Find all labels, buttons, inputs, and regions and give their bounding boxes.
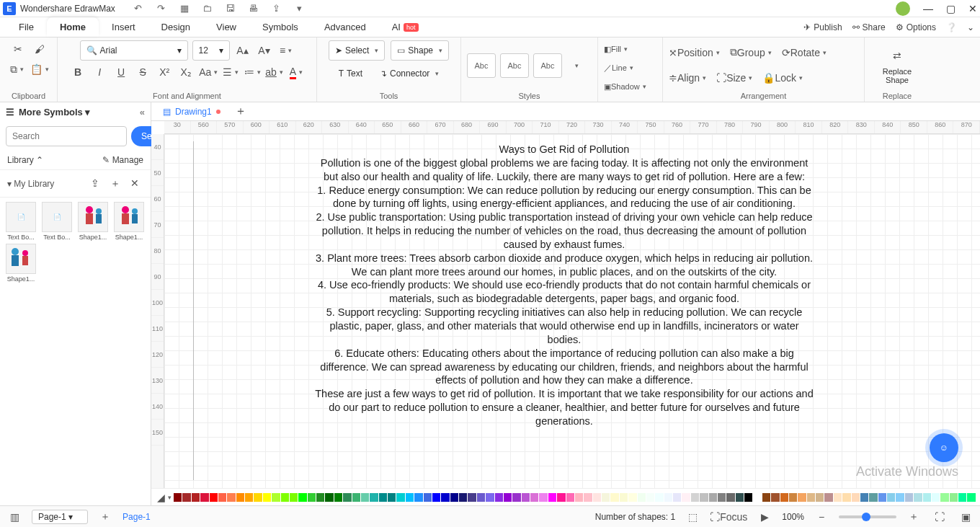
color-swatch[interactable] (726, 493, 734, 502)
color-swatch[interactable] (406, 493, 414, 502)
menu-file[interactable]: File (6, 17, 47, 37)
menu-view[interactable]: View (203, 17, 249, 37)
increase-font-icon[interactable]: A▴ (234, 42, 251, 59)
color-swatch[interactable] (744, 493, 752, 502)
underline-icon[interactable]: U (112, 63, 130, 81)
copy-icon[interactable]: ⧉ (9, 61, 26, 78)
presentation-icon[interactable]: ▶ (756, 508, 773, 526)
color-swatch[interactable] (272, 493, 280, 502)
superscript-icon[interactable]: X² (156, 63, 173, 81)
group-button[interactable]: ⧉ Group (730, 44, 772, 61)
color-swatch[interactable] (263, 493, 271, 502)
menu-home[interactable]: Home (47, 17, 99, 37)
color-picker-icon[interactable]: ◢ (156, 489, 173, 506)
cut-icon[interactable]: ✂ (9, 40, 27, 58)
color-swatch[interactable] (370, 493, 378, 502)
fit-page-icon[interactable]: ⛶ (931, 508, 948, 526)
color-swatch[interactable] (486, 493, 494, 502)
zoom-level[interactable]: 100% (782, 512, 804, 522)
user-avatar-icon[interactable] (896, 1, 910, 16)
print-icon[interactable]: 🖶 (245, 0, 262, 17)
style-preset-3[interactable]: Abc (533, 53, 562, 78)
color-swatch[interactable] (664, 493, 672, 502)
symbol-thumb[interactable]: 📄Text Bo... (4, 202, 37, 241)
color-swatch[interactable] (673, 493, 681, 502)
color-swatch[interactable] (798, 493, 806, 502)
color-swatch[interactable] (593, 493, 601, 502)
rotate-button[interactable]: ⟳ Rotate (782, 44, 827, 61)
maximize-button[interactable]: ▢ (946, 3, 956, 14)
menu-ai[interactable]: AIhot (379, 17, 432, 37)
color-swatch[interactable] (923, 493, 931, 502)
shape-tool[interactable]: ▭Shape (391, 40, 449, 61)
color-swatch[interactable] (432, 493, 440, 502)
color-swatch[interactable] (736, 493, 744, 502)
color-swatch[interactable] (834, 493, 842, 502)
my-library-label[interactable]: ▾ My Library (7, 179, 54, 189)
font-size-select[interactable]: 12▾ (192, 40, 230, 61)
color-swatch[interactable] (281, 493, 289, 502)
close-button[interactable]: ✕ (968, 3, 977, 14)
color-swatch[interactable] (709, 493, 717, 502)
style-preset-1[interactable]: Abc (467, 53, 496, 78)
color-swatch[interactable] (620, 493, 628, 502)
color-swatch[interactable] (308, 493, 316, 502)
menu-symbols[interactable]: Symbols (249, 17, 311, 37)
line-button[interactable]: ／ Line (604, 59, 633, 76)
symbol-thumb[interactable]: Shape1... (112, 202, 146, 241)
numbering-icon[interactable]: ≔ (244, 63, 261, 81)
zoom-slider[interactable] (839, 515, 896, 518)
shadow-button[interactable]: ▣ Shadow (604, 78, 646, 95)
color-swatch[interactable] (200, 493, 208, 502)
color-swatch[interactable] (771, 493, 779, 502)
color-swatch[interactable] (468, 493, 476, 502)
qat-more-icon[interactable]: ▾ (291, 0, 308, 17)
format-painter-icon[interactable]: 🖌 (31, 40, 48, 58)
font-color-icon[interactable]: A (288, 63, 305, 81)
color-swatch[interactable] (218, 493, 226, 502)
color-swatch[interactable] (655, 493, 663, 502)
layers-icon[interactable]: ⬚ (684, 508, 701, 526)
color-swatch[interactable] (396, 493, 404, 502)
new-icon[interactable]: ▦ (176, 0, 193, 17)
open-icon[interactable]: 🗀 (199, 0, 216, 17)
color-swatch[interactable] (504, 493, 512, 502)
color-swatch[interactable] (852, 493, 860, 502)
assistant-chat-icon[interactable]: ☺ (930, 433, 958, 462)
color-swatch[interactable] (325, 493, 333, 502)
font-name-select[interactable]: 🔍Arial▾ (80, 40, 188, 61)
help-button[interactable]: ❔ (946, 22, 957, 32)
collapse-ribbon-icon[interactable]: ⌄ (967, 22, 974, 32)
style-preset-2[interactable]: Abc (500, 53, 529, 78)
library-dropdown[interactable]: Library ⌃ (7, 155, 43, 165)
minimize-button[interactable]: — (923, 3, 933, 14)
zoom-in-button[interactable]: ＋ (905, 508, 922, 526)
page-tab[interactable]: Page-1 (122, 512, 151, 522)
color-swatch[interactable] (816, 493, 824, 502)
color-swatch[interactable] (450, 493, 458, 502)
color-swatch[interactable] (762, 493, 770, 502)
redo-icon[interactable]: ↷ (153, 0, 170, 17)
italic-icon[interactable]: I (91, 63, 108, 81)
color-swatch[interactable] (905, 493, 913, 502)
color-swatch[interactable] (388, 493, 396, 502)
color-swatch[interactable] (602, 493, 610, 502)
color-swatch[interactable] (575, 493, 583, 502)
color-swatch[interactable] (343, 493, 351, 502)
color-swatch[interactable] (896, 493, 904, 502)
color-swatch[interactable] (700, 493, 708, 502)
lib-close-icon[interactable]: ✕ (126, 174, 143, 192)
color-swatch[interactable] (610, 493, 618, 502)
color-swatch[interactable] (477, 493, 485, 502)
color-swatch[interactable] (753, 493, 761, 502)
canvas[interactable]: Ways to Get Rid of Pollution Pollution i… (164, 134, 980, 488)
color-swatch[interactable] (227, 493, 235, 502)
position-button[interactable]: ⤧ Position (669, 44, 720, 61)
highlight-icon[interactable]: ab (265, 63, 283, 81)
save-icon[interactable]: 🖫 (222, 0, 239, 17)
page-selector[interactable]: Page-1 ▾ (32, 510, 88, 524)
color-swatch[interactable] (352, 493, 360, 502)
collapse-sidebar-icon[interactable]: « (140, 107, 145, 118)
fullscreen-icon[interactable]: ▣ (957, 508, 974, 526)
color-swatch[interactable] (548, 493, 556, 502)
